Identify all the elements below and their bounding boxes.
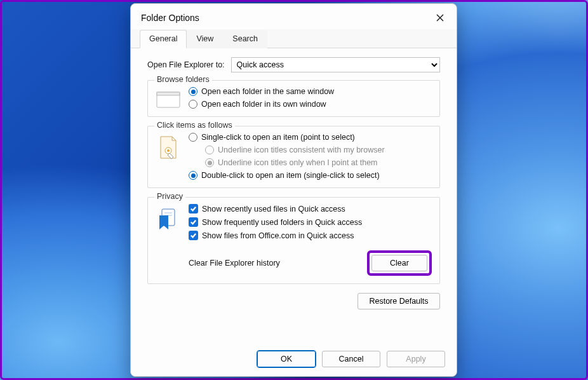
checkbox-icon	[189, 231, 198, 240]
group-browse-folders: Browse folders Open each folder in the s…	[147, 80, 440, 117]
tab-content-general: Open File Explorer to: Quick access Brow…	[131, 48, 457, 344]
clear-history-row: Clear File Explorer history Clear	[189, 250, 432, 276]
radio-label-own: Open each folder in its own window	[201, 100, 326, 109]
open-file-explorer-select[interactable]: Quick access	[231, 57, 440, 72]
open-file-explorer-row: Open File Explorer to: Quick access	[147, 57, 440, 72]
group-legend-browse: Browse folders	[154, 75, 212, 84]
radio-label-underline-browser: Underline icon titles consistent with my…	[218, 146, 385, 154]
radio-icon	[205, 158, 214, 167]
radio-icon	[205, 146, 214, 154]
radio-single-click[interactable]: Single-click to open an item (point to s…	[189, 133, 432, 142]
close-icon	[436, 14, 444, 22]
radio-underline-point: Underline icon titles only when I point …	[205, 158, 432, 167]
folder-window-icon	[156, 87, 181, 109]
checkbox-recent-files[interactable]: Show recently used files in Quick access	[189, 204, 432, 214]
folder-options-dialog: Folder Options General View Search Open …	[130, 3, 457, 377]
document-click-icon	[156, 133, 181, 161]
group-legend-click: Click items as follows	[154, 121, 235, 130]
privacy-icon	[156, 204, 181, 232]
radio-underline-browser: Underline icon titles consistent with my…	[205, 146, 432, 154]
group-privacy: Privacy Show recently used files in Quic…	[147, 197, 440, 284]
dialog-footer: OK Cancel Apply	[131, 344, 457, 376]
tab-view[interactable]: View	[187, 30, 223, 48]
tabstrip: General View Search	[131, 29, 457, 48]
restore-defaults-button[interactable]: Restore Defaults	[357, 293, 440, 309]
checkbox-label-freq: Show frequently used folders in Quick ac…	[202, 218, 362, 227]
group-legend-privacy: Privacy	[154, 192, 185, 201]
radio-label-single: Single-click to open an item (point to s…	[201, 133, 355, 142]
radio-same-window[interactable]: Open each folder in the same window	[189, 87, 432, 96]
restore-defaults-row: Restore Defaults	[147, 293, 440, 309]
tab-search[interactable]: Search	[223, 30, 267, 48]
cancel-button[interactable]: Cancel	[322, 351, 380, 367]
radio-label-double: Double-click to open an item (single-cli…	[201, 171, 380, 180]
titlebar: Folder Options	[131, 4, 457, 29]
ok-button[interactable]: OK	[257, 351, 316, 367]
radio-icon	[189, 87, 197, 96]
clear-history-label: Clear File Explorer history	[189, 259, 280, 268]
radio-double-click[interactable]: Double-click to open an item (single-cli…	[189, 171, 432, 180]
open-file-explorer-label: Open File Explorer to:	[147, 60, 225, 69]
apply-button: Apply	[387, 351, 445, 367]
group-click-items: Click items as follows Single-click to o…	[147, 126, 440, 188]
close-button[interactable]	[431, 9, 449, 27]
checkbox-label-recent: Show recently used files in Quick access	[202, 205, 345, 214]
radio-icon	[189, 171, 197, 180]
clear-button-highlight: Clear	[367, 250, 432, 276]
checkbox-freq-folders[interactable]: Show frequently used folders in Quick ac…	[189, 217, 432, 227]
radio-icon	[189, 100, 197, 109]
radio-label-same: Open each folder in the same window	[201, 87, 334, 96]
svg-rect-1	[157, 92, 180, 95]
svg-point-3	[167, 149, 170, 152]
dialog-title: Folder Options	[141, 13, 199, 23]
checkbox-icon	[189, 217, 198, 227]
checkbox-icon	[189, 204, 198, 214]
radio-label-underline-point: Underline icon titles only when I point …	[218, 158, 378, 167]
clear-button[interactable]: Clear	[371, 255, 427, 271]
radio-icon	[189, 133, 197, 142]
checkbox-office-files[interactable]: Show files from Office.com in Quick acce…	[189, 231, 432, 240]
tab-general[interactable]: General	[140, 30, 187, 48]
checkbox-label-office: Show files from Office.com in Quick acce…	[202, 231, 354, 240]
radio-own-window[interactable]: Open each folder in its own window	[189, 100, 432, 109]
